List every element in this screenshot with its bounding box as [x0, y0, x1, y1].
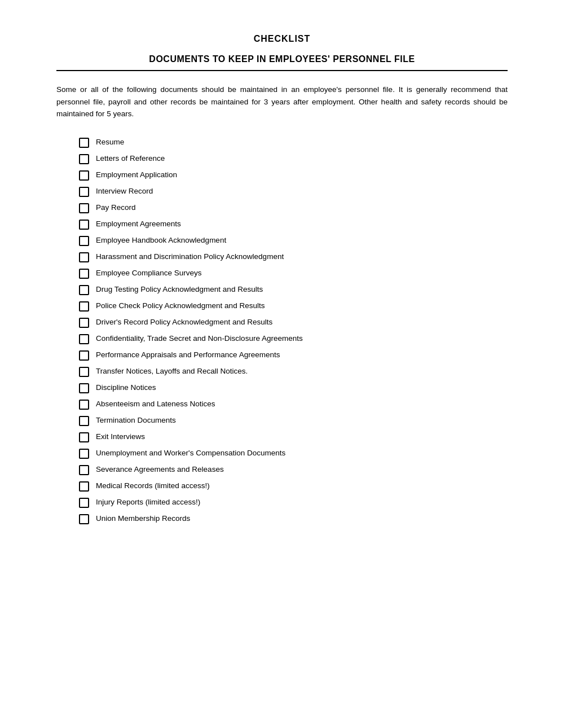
item-label: Confidentiality, Trade Secret and Non-Di… — [96, 334, 508, 344]
list-item[interactable]: Termination Documents — [79, 415, 508, 426]
item-label: Performance Appraisals and Performance A… — [96, 350, 508, 361]
item-label: Employee Handbook Acknowledgment — [96, 235, 508, 246]
item-label: Exit Interviews — [96, 432, 508, 442]
item-label: Severance Agreements and Releases — [96, 464, 508, 475]
item-label: Termination Documents — [96, 415, 508, 426]
checkbox-icon[interactable] — [79, 154, 89, 164]
checkbox-icon[interactable] — [79, 220, 89, 230]
checkbox-icon[interactable] — [79, 416, 89, 426]
list-item[interactable]: Driver's Record Policy Acknowledgment an… — [79, 317, 508, 328]
item-label: Absenteeism and Lateness Notices — [96, 399, 508, 410]
item-label: Harassment and Discrimination Policy Ack… — [96, 252, 508, 262]
checkbox-icon[interactable] — [79, 285, 89, 295]
checklist-list: ResumeLetters of ReferenceEmployment App… — [56, 137, 508, 524]
checkbox-icon[interactable] — [79, 498, 89, 508]
item-label: Employment Application — [96, 170, 508, 181]
item-label: Interview Record — [96, 186, 508, 197]
list-item[interactable]: Pay Record — [79, 203, 508, 213]
page: CHECKLIST DOCUMENTS TO KEEP IN EMPLOYEES… — [0, 0, 564, 728]
checkbox-icon[interactable] — [79, 187, 89, 197]
item-label: Injury Reports (limited access!) — [96, 497, 508, 508]
list-item[interactable]: Letters of Reference — [79, 154, 508, 164]
list-item[interactable]: Absenteeism and Lateness Notices — [79, 399, 508, 410]
list-item[interactable]: Union Membership Records — [79, 514, 508, 524]
main-title: DOCUMENTS TO KEEP IN EMPLOYEES' PERSONNE… — [56, 54, 508, 64]
list-item[interactable]: Medical Records (limited access!) — [79, 481, 508, 492]
item-label: Discipline Notices — [96, 383, 508, 393]
list-item[interactable]: Resume — [79, 137, 508, 148]
list-item[interactable]: Police Check Policy Acknowledgment and R… — [79, 301, 508, 312]
list-item[interactable]: Harassment and Discrimination Policy Ack… — [79, 252, 508, 262]
item-label: Transfer Notices, Layoffs and Recall Not… — [96, 366, 508, 377]
list-item[interactable]: Transfer Notices, Layoffs and Recall Not… — [79, 366, 508, 377]
title-divider — [56, 70, 508, 71]
list-item[interactable]: Performance Appraisals and Performance A… — [79, 350, 508, 361]
checkbox-icon[interactable] — [79, 236, 89, 246]
checkbox-icon[interactable] — [79, 514, 89, 524]
list-item[interactable]: Severance Agreements and Releases — [79, 464, 508, 475]
item-label: Medical Records (limited access!) — [96, 481, 508, 492]
item-label: Employment Agreements — [96, 219, 508, 230]
checkbox-icon[interactable] — [79, 481, 89, 492]
list-item[interactable]: Unemployment and Worker's Compensation D… — [79, 448, 508, 459]
item-label: Resume — [96, 137, 508, 148]
checkbox-icon[interactable] — [79, 252, 89, 262]
item-label: Unemployment and Worker's Compensation D… — [96, 448, 508, 459]
item-label: Driver's Record Policy Acknowledgment an… — [96, 317, 508, 328]
list-item[interactable]: Confidentiality, Trade Secret and Non-Di… — [79, 334, 508, 344]
checkbox-icon[interactable] — [79, 269, 89, 279]
list-item[interactable]: Discipline Notices — [79, 383, 508, 393]
list-item[interactable]: Interview Record — [79, 186, 508, 197]
checkbox-icon[interactable] — [79, 367, 89, 377]
checkbox-icon[interactable] — [79, 432, 89, 442]
list-item[interactable]: Employment Agreements — [79, 219, 508, 230]
checklist-title: CHECKLIST — [56, 34, 508, 44]
list-item[interactable]: Employment Application — [79, 170, 508, 181]
checkbox-icon[interactable] — [79, 138, 89, 148]
checkbox-icon[interactable] — [79, 400, 89, 410]
intro-paragraph: Some or all of the following documents s… — [56, 84, 508, 120]
item-label: Pay Record — [96, 203, 508, 213]
checkbox-icon[interactable] — [79, 383, 89, 393]
checkbox-icon[interactable] — [79, 170, 89, 181]
item-label: Police Check Policy Acknowledgment and R… — [96, 301, 508, 312]
list-item[interactable]: Employee Handbook Acknowledgment — [79, 235, 508, 246]
item-label: Employee Compliance Surveys — [96, 268, 508, 279]
checkbox-icon[interactable] — [79, 301, 89, 312]
checkbox-icon[interactable] — [79, 449, 89, 459]
list-item[interactable]: Injury Reports (limited access!) — [79, 497, 508, 508]
checkbox-icon[interactable] — [79, 203, 89, 213]
list-item[interactable]: Drug Testing Policy Acknowledgment and R… — [79, 284, 508, 295]
item-label: Union Membership Records — [96, 514, 508, 524]
item-label: Letters of Reference — [96, 154, 508, 164]
checkbox-icon[interactable] — [79, 318, 89, 328]
title-section: CHECKLIST DOCUMENTS TO KEEP IN EMPLOYEES… — [56, 34, 508, 64]
item-label: Drug Testing Policy Acknowledgment and R… — [96, 284, 508, 295]
checkbox-icon[interactable] — [79, 350, 89, 361]
checkbox-icon[interactable] — [79, 334, 89, 344]
list-item[interactable]: Exit Interviews — [79, 432, 508, 442]
checkbox-icon[interactable] — [79, 465, 89, 475]
list-item[interactable]: Employee Compliance Surveys — [79, 268, 508, 279]
